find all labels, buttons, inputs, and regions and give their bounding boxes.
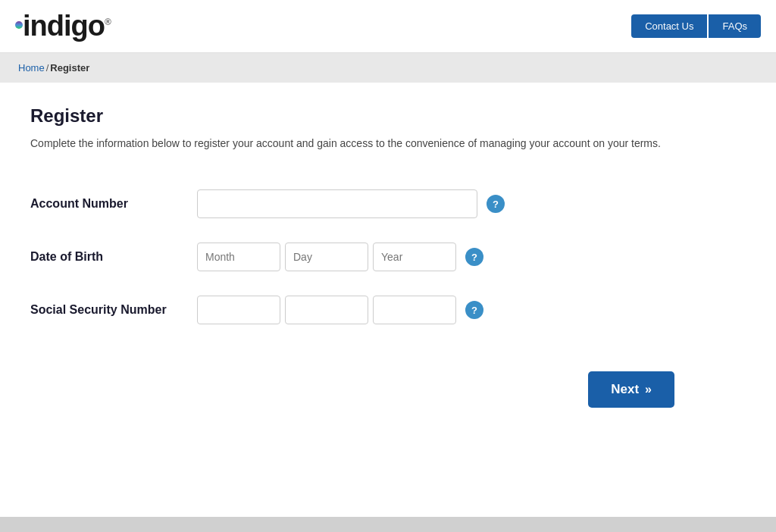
account-number-fields: ? <box>197 189 720 218</box>
main-content: Register Complete the information below … <box>0 83 743 430</box>
faq-button[interactable]: FAQs <box>709 14 761 38</box>
header-buttons: Contact Us FAQs <box>631 14 761 38</box>
account-number-label: Account Number <box>30 197 197 211</box>
page-description: Complete the information below to regist… <box>30 136 720 152</box>
button-row: Next » <box>30 371 720 408</box>
ssn-fields: ? <box>197 296 720 324</box>
breadcrumb-current: Register <box>50 62 89 74</box>
registration-form: Account Number ? Date of Birth ? Social … <box>30 182 720 356</box>
account-number-help-icon[interactable]: ? <box>487 195 505 213</box>
breadcrumb: Home/Register <box>0 53 776 83</box>
logo: indigo® <box>15 10 111 42</box>
next-chevrons-icon: » <box>645 383 652 396</box>
birth-day-input[interactable] <box>285 243 368 271</box>
birth-month-input[interactable] <box>197 243 280 271</box>
date-of-birth-row: Date of Birth ? <box>30 243 720 271</box>
account-number-input[interactable] <box>197 189 477 218</box>
breadcrumb-separator: / <box>46 62 49 74</box>
ssn-field-2[interactable] <box>285 296 368 324</box>
ssn-label: Social Security Number <box>30 303 197 317</box>
logo-wordmark: indigo <box>23 10 105 42</box>
breadcrumb-home-link[interactable]: Home <box>18 62 45 74</box>
ssn-help-icon[interactable]: ? <box>465 301 483 319</box>
contact-us-button[interactable]: Contact Us <box>631 14 707 38</box>
next-button-label: Next <box>611 382 639 397</box>
ssn-field-3[interactable] <box>373 296 456 324</box>
logo-text: indigo® <box>15 10 111 42</box>
ssn-field-1[interactable] <box>197 296 280 324</box>
page-title: Register <box>30 105 720 127</box>
account-number-row: Account Number ? <box>30 189 720 218</box>
date-of-birth-label: Date of Birth <box>30 250 197 264</box>
logo-dot-icon <box>15 21 23 29</box>
ssn-row: Social Security Number ? <box>30 296 720 324</box>
header: indigo® Contact Us FAQs <box>0 0 776 53</box>
footer-bar <box>0 517 776 532</box>
date-of-birth-fields: ? <box>197 243 720 271</box>
date-of-birth-help-icon[interactable]: ? <box>465 248 483 266</box>
birth-year-input[interactable] <box>373 243 456 271</box>
next-button[interactable]: Next » <box>588 371 674 408</box>
logo-registered: ® <box>105 17 111 27</box>
